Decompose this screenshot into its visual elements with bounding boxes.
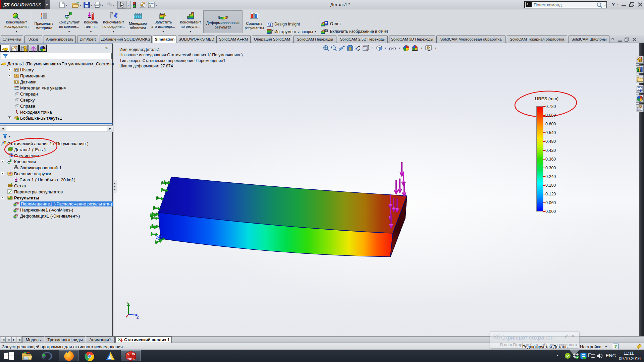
svg-text:2015: 2015 (127, 357, 135, 361)
svg-text:A: A (355, 46, 358, 51)
svg-text:A: A (15, 74, 18, 78)
svg-text:W: W (132, 352, 136, 356)
svg-text:σ: σ (17, 207, 19, 210)
svg-text:ε: ε (17, 213, 18, 217)
svg-text:u: u (17, 201, 19, 204)
svg-text:S: S (127, 352, 129, 356)
